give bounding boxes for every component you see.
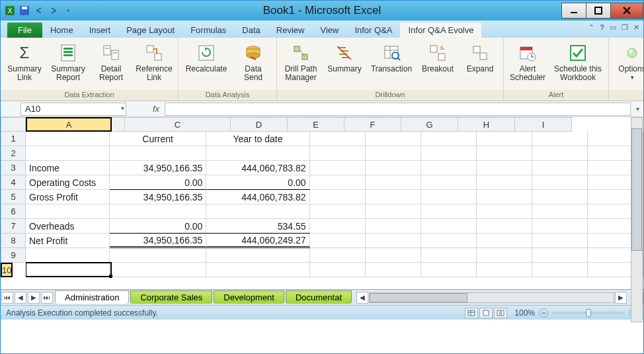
cell-a10[interactable] <box>26 263 110 277</box>
select-all-corner[interactable] <box>1 117 26 132</box>
row-header-9[interactable]: 9 <box>1 248 26 263</box>
row-header-10[interactable]: 10 <box>1 263 13 277</box>
fx-icon[interactable]: fx <box>153 104 159 114</box>
col-header-g[interactable]: G <box>401 117 458 132</box>
zoom-slider[interactable] <box>552 312 625 314</box>
cell-b8[interactable]: 34,950,166.35 <box>110 234 206 248</box>
cell-a5[interactable]: Gross Profit <box>26 190 110 204</box>
scroll-left-button[interactable]: ◀ <box>356 292 368 304</box>
sheet-tab-corporate-sales[interactable]: Corporate Sales <box>130 290 212 304</box>
sheet-tab-administration[interactable]: Administration <box>55 290 129 304</box>
page-break-view-button[interactable] <box>494 308 507 318</box>
scrollbar-thumb[interactable] <box>370 293 467 302</box>
row-header-8[interactable]: 8 <box>1 234 26 248</box>
col-header-c[interactable]: C <box>125 117 231 132</box>
cell-c3[interactable]: 444,060,783.82 <box>206 161 309 175</box>
tab-data[interactable]: Data <box>234 22 268 38</box>
zoom-thumb[interactable] <box>586 309 591 317</box>
col-header-b[interactable]: B <box>26 117 125 132</box>
row-header-4[interactable]: 4 <box>1 175 26 190</box>
prev-sheet-button[interactable]: ◀ <box>15 292 26 304</box>
row-header-2[interactable]: 2 <box>1 146 26 161</box>
tab-infor-qa-evolve[interactable]: Infor Q&A Evolve <box>400 22 481 38</box>
cell-a3[interactable]: Income <box>26 161 110 175</box>
cell-c4[interactable]: 0.00 <box>206 175 309 190</box>
help-icon[interactable]: ? <box>600 23 604 32</box>
formula-bar[interactable] <box>165 103 631 116</box>
zoom-level[interactable]: 100% <box>514 308 535 318</box>
col-header-i[interactable]: I <box>515 117 572 132</box>
tab-infor-qa[interactable]: Infor Q&A <box>346 22 400 38</box>
drill-path-manager-button[interactable]: Drill Path Manager <box>280 40 322 82</box>
cell-a8[interactable]: Net Profit <box>26 234 110 248</box>
page-layout-view-button[interactable] <box>479 308 493 318</box>
cell-a4[interactable]: Operating Costs <box>26 175 110 190</box>
tab-page-layout[interactable]: Page Layout <box>118 22 182 38</box>
cell-c5[interactable]: 444,060,783.82 <box>206 190 309 204</box>
first-sheet-button[interactable]: ⏮ <box>1 292 13 304</box>
scrollbar-thumb[interactable] <box>631 128 642 251</box>
redo-icon[interactable] <box>48 5 59 16</box>
vertical-scrollbar[interactable] <box>631 117 643 322</box>
cell-a1[interactable] <box>26 132 110 146</box>
zoom-out-button[interactable]: − <box>539 308 548 318</box>
summary-link-button[interactable]: ΣSummary Link <box>3 40 46 82</box>
sheet-tab-documentation[interactable]: Documentat <box>286 290 352 304</box>
cell-b7[interactable]: 0.00 <box>110 219 206 234</box>
undo-icon[interactable] <box>34 5 44 16</box>
cells-area[interactable]: A B C D E F G H I Current Year to date I… <box>26 117 643 289</box>
cell-c7[interactable]: 534.55 <box>206 219 309 234</box>
workbook-minimize-icon[interactable]: ▭ <box>610 23 616 32</box>
col-header-e[interactable]: E <box>288 117 344 132</box>
col-header-d[interactable]: D <box>231 117 288 132</box>
recalculate-button[interactable]: Recalculate <box>181 40 231 73</box>
qat-more-icon[interactable]: ▾ <box>63 5 73 16</box>
ribbon-collapse-icon[interactable]: ⌃ <box>588 23 594 32</box>
cell-b5[interactable]: 34,950,166.35 <box>110 190 206 204</box>
data-send-button[interactable]: Data Send <box>233 40 274 82</box>
options-button[interactable]: Options▾ <box>612 40 644 82</box>
close-button[interactable] <box>610 3 643 19</box>
scroll-right-button[interactable]: ▶ <box>615 292 627 304</box>
tab-home[interactable]: Home <box>42 22 81 38</box>
alert-scheduler-button[interactable]: Alert Scheduler <box>506 40 549 82</box>
next-sheet-button[interactable]: ▶ <box>28 292 40 304</box>
cell-c8[interactable]: 444,060,249.27 <box>206 234 309 248</box>
expand-button[interactable]: Expand <box>460 40 501 73</box>
row-header-7[interactable]: 7 <box>1 219 26 234</box>
sheet-tab-development[interactable]: Development <box>214 290 284 304</box>
cell-b3[interactable]: 34,950,166.35 <box>110 161 206 175</box>
detail-report-button[interactable]: Detail Report <box>91 40 132 82</box>
summary-report-button[interactable]: Summary Report <box>47 40 89 82</box>
row-header-6[interactable]: 6 <box>1 204 26 219</box>
chevron-down-icon[interactable]: ▾ <box>121 105 124 112</box>
name-box[interactable]: A10▾ <box>20 103 126 116</box>
schedule-workbook-button[interactable]: Schedule this Workbook <box>550 40 606 82</box>
reference-link-button[interactable]: Reference Link <box>133 40 175 82</box>
minimize-button[interactable] <box>561 3 586 19</box>
row-header-3[interactable]: 3 <box>1 161 26 175</box>
tab-insert[interactable]: Insert <box>81 22 119 38</box>
breakout-button[interactable]: Breakout <box>417 40 458 73</box>
col-header-h[interactable]: H <box>458 117 515 132</box>
workbook-restore-icon[interactable]: ❐ <box>622 23 628 32</box>
summary-drill-button[interactable]: Summary <box>323 40 366 73</box>
cell-a7[interactable]: Overheads <box>26 219 110 234</box>
tab-file[interactable]: File <box>7 22 42 38</box>
maximize-button[interactable] <box>586 3 611 19</box>
col-header-f[interactable]: F <box>344 117 401 132</box>
row-header-1[interactable]: 1 <box>1 132 26 146</box>
transaction-button[interactable]: Transaction <box>367 40 416 73</box>
workbook-close-icon[interactable]: ✕ <box>633 23 639 32</box>
cell-c1[interactable]: Year to date <box>206 132 309 146</box>
tab-review[interactable]: Review <box>268 22 313 38</box>
horizontal-scrollbar[interactable]: ◀ ▶ <box>356 292 627 304</box>
tab-formulas[interactable]: Formulas <box>182 22 234 38</box>
cell-b4[interactable]: 0.00 <box>110 175 206 190</box>
normal-view-button[interactable] <box>465 308 478 318</box>
formula-bar-expand-icon[interactable]: ▾ <box>636 105 643 112</box>
last-sheet-button[interactable]: ⏭ <box>41 292 53 304</box>
save-icon[interactable] <box>19 5 30 16</box>
tab-view[interactable]: View <box>312 22 346 38</box>
row-header-5[interactable]: 5 <box>1 190 26 204</box>
